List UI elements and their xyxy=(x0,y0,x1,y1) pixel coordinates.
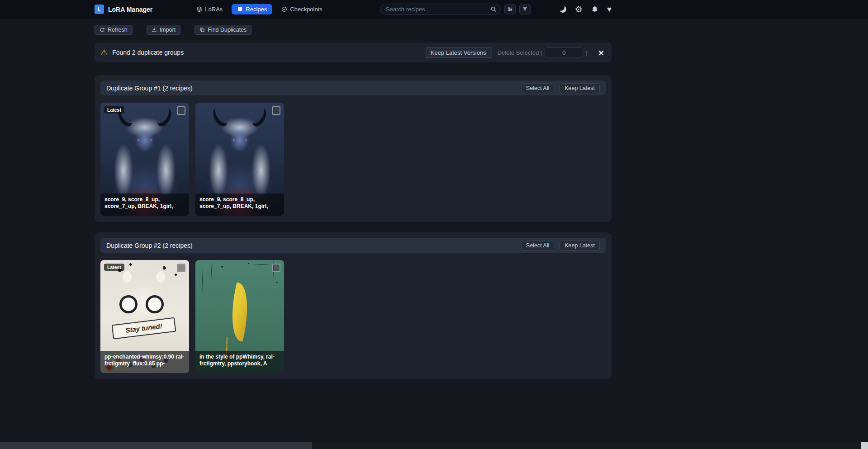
tab-loras-label: LoRAs xyxy=(205,6,223,13)
close-icon: × xyxy=(598,47,604,58)
funnel-icon xyxy=(522,6,528,12)
recipe-caption: score_9, score_8_up, score_7_up, BREAK, … xyxy=(100,194,189,216)
recipe-caption-text: score_9, score_8_up, score_7_up, BREAK, … xyxy=(199,196,280,210)
group-1-header: Duplicate Group #1 (2 recipes) Select Al… xyxy=(100,80,606,95)
latest-badge: Latest xyxy=(104,264,124,271)
recipe-caption-text: pp-enchanted-whimsy:0.90 ral-frctlgmtry_… xyxy=(104,354,185,367)
recipe-checkbox[interactable] xyxy=(272,106,280,115)
tab-recipes-label: Recipes xyxy=(246,6,267,13)
filter-button[interactable] xyxy=(519,4,531,14)
horizontal-scrollbar[interactable] xyxy=(0,442,868,449)
group-2-header: Duplicate Group #2 (2 recipes) Select Al… xyxy=(100,238,606,253)
refresh-button[interactable]: Refresh xyxy=(95,25,133,35)
keep-latest-label: Keep Latest xyxy=(564,242,595,249)
group-1-keep-latest-button[interactable]: Keep Latest xyxy=(560,83,600,93)
group-2-cards: Stay tuned! Latest pp-enchanted-whimsy:0… xyxy=(100,260,606,373)
group-1-actions: Select All Keep Latest xyxy=(521,83,600,93)
toolbar: Refresh Import Find Duplicates xyxy=(95,25,612,35)
book-icon xyxy=(237,6,243,12)
refresh-icon xyxy=(100,27,105,33)
group-1-title: Duplicate Group #1 (2 recipes) xyxy=(106,85,193,92)
delete-count-input[interactable] xyxy=(545,47,583,57)
recipe-checkbox[interactable] xyxy=(177,106,185,115)
settings-gear-icon[interactable]: ⚙ xyxy=(575,5,583,14)
delete-selected-suffix: ) xyxy=(585,49,587,56)
logo-letter: L xyxy=(98,6,101,13)
refresh-label: Refresh xyxy=(108,27,128,33)
import-button[interactable]: Import xyxy=(147,25,180,35)
import-label: Import xyxy=(160,27,175,33)
duplicate-group-panel-1: Duplicate Group #1 (2 recipes) Select Al… xyxy=(95,75,612,222)
main-content: Refresh Import Find Duplicates ⚠ Found 2… xyxy=(95,19,612,379)
delete-selected-prefix: Delete Selected ( xyxy=(498,49,543,56)
group-2-title: Duplicate Group #2 (2 recipes) xyxy=(106,242,193,249)
warning-triangle-icon: ⚠ xyxy=(100,48,108,57)
duplicates-alert-banner: ⚠ Found 2 duplicate groups Keep Latest V… xyxy=(95,43,612,62)
notifications-bell-icon[interactable] xyxy=(591,6,598,13)
navbar-inner: L LoRA Manager LoRAs Recipes C xyxy=(95,0,612,19)
recipe-caption-text: in the style of ppWhimsy, ral-frctlgmtry… xyxy=(199,354,280,367)
duplicate-group-panel-2: Duplicate Group #2 (2 recipes) Select Al… xyxy=(95,232,612,379)
tab-recipes[interactable]: Recipes xyxy=(232,4,272,14)
group-2-select-all-button[interactable]: Select All xyxy=(521,241,554,250)
recipe-card[interactable]: Stay tuned! Latest pp-enchanted-whimsy:0… xyxy=(100,260,189,373)
favorites-heart-icon[interactable]: ♥ xyxy=(607,5,612,13)
recipe-caption: pp-enchanted-whimsy:0.90 ral-frctlgmtry_… xyxy=(100,351,189,373)
group-1-cards: Latest score_9, score_8_up, score_7_up, … xyxy=(100,103,606,216)
alert-message: Found 2 duplicate groups xyxy=(112,49,184,56)
recipe-checkbox[interactable] xyxy=(177,264,185,272)
nav-tabs: LoRAs Recipes Checkpoints xyxy=(195,4,323,14)
tab-checkpoints-label: Checkpoints xyxy=(290,6,323,13)
search-input[interactable] xyxy=(380,4,501,15)
navbar-actions: ⚙ ♥ xyxy=(560,5,612,14)
stay-tuned-sign: Stay tuned! xyxy=(112,317,176,340)
recipe-caption-text: score_9, score_8_up, score_7_up, BREAK, … xyxy=(104,196,185,210)
group-2-keep-latest-button[interactable]: Keep Latest xyxy=(560,241,600,250)
sliders-icon xyxy=(507,6,513,12)
feather-art xyxy=(225,282,254,342)
recipe-caption: score_9, score_8_up, score_7_up, BREAK, … xyxy=(195,194,284,216)
theme-toggle-moon-icon[interactable] xyxy=(559,5,567,13)
tab-checkpoints[interactable]: Checkpoints xyxy=(280,4,323,14)
group-1-select-all-button[interactable]: Select All xyxy=(521,83,554,93)
alert-actions: Keep Latest Versions Delete Selected ( )… xyxy=(425,47,606,58)
keep-latest-versions-button[interactable]: Keep Latest Versions xyxy=(425,47,492,58)
import-icon xyxy=(152,27,157,33)
find-duplicates-label: Find Duplicates xyxy=(208,27,247,33)
scrollbar-corner xyxy=(861,442,868,449)
app-title: LoRA Manager xyxy=(108,6,152,13)
find-duplicates-button[interactable]: Find Duplicates xyxy=(194,25,251,35)
search-icon[interactable] xyxy=(490,6,497,12)
close-alert-button[interactable]: × xyxy=(597,48,606,57)
navbar: L LoRA Manager LoRAs Recipes C xyxy=(0,0,868,19)
sliders-button[interactable] xyxy=(504,4,516,14)
horizontal-scrollbar-thumb[interactable] xyxy=(0,442,312,449)
check-circle-icon xyxy=(281,6,287,12)
latest-badge: Latest xyxy=(104,106,124,113)
select-all-label: Select All xyxy=(526,242,549,249)
select-all-label: Select All xyxy=(526,85,549,91)
recipe-checkbox[interactable] xyxy=(272,264,280,272)
recipe-card[interactable]: Latest score_9, score_8_up, score_7_up, … xyxy=(100,103,189,216)
group-2-actions: Select All Keep Latest xyxy=(521,241,600,250)
recipe-card[interactable]: in the style of ppWhimsy, ral-frctlgmtry… xyxy=(195,260,284,373)
search-bar xyxy=(380,4,501,15)
sign-text: Stay tuned! xyxy=(125,322,162,334)
app-logo-icon: L xyxy=(95,5,104,14)
recipe-caption: in the style of ppWhimsy, ral-frctlgmtry… xyxy=(195,351,284,373)
recipe-card[interactable]: score_9, score_8_up, score_7_up, BREAK, … xyxy=(195,103,284,216)
layers-icon xyxy=(196,6,202,12)
keep-latest-versions-label: Keep Latest Versions xyxy=(431,49,486,56)
duplicates-copy-icon xyxy=(199,27,205,33)
delete-selected-group: Delete Selected ( ) xyxy=(498,47,588,57)
brand[interactable]: L LoRA Manager xyxy=(95,5,152,14)
keep-latest-label: Keep Latest xyxy=(564,85,595,91)
tab-loras[interactable]: LoRAs xyxy=(195,4,223,14)
